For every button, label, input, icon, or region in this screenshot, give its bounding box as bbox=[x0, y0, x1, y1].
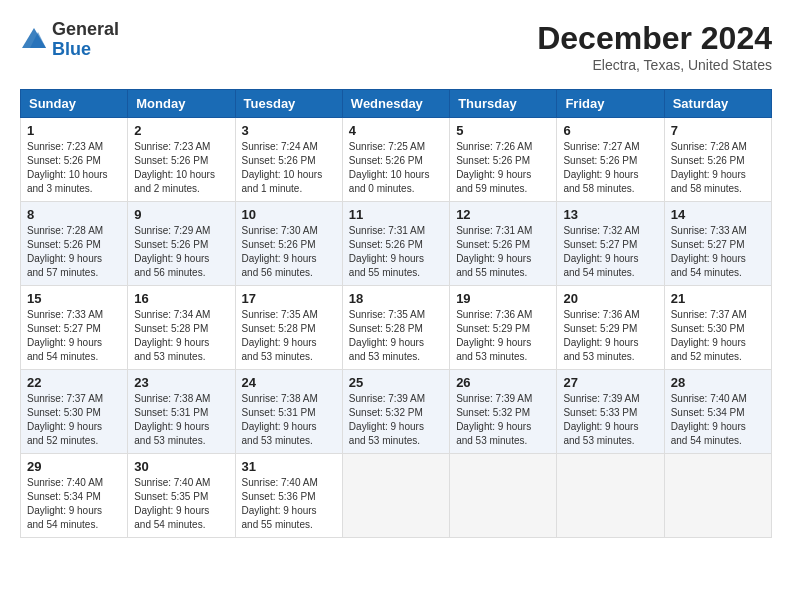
day-info: Sunrise: 7:35 AMSunset: 5:28 PMDaylight:… bbox=[349, 308, 443, 364]
table-row: 6Sunrise: 7:27 AMSunset: 5:26 PMDaylight… bbox=[557, 118, 664, 202]
day-info: Sunrise: 7:28 AMSunset: 5:26 PMDaylight:… bbox=[27, 224, 121, 280]
day-info: Sunrise: 7:40 AMSunset: 5:34 PMDaylight:… bbox=[27, 476, 121, 532]
day-number: 3 bbox=[242, 123, 336, 138]
table-row: 5Sunrise: 7:26 AMSunset: 5:26 PMDaylight… bbox=[450, 118, 557, 202]
calendar-week-4: 22Sunrise: 7:37 AMSunset: 5:30 PMDayligh… bbox=[21, 370, 772, 454]
table-row: 8Sunrise: 7:28 AMSunset: 5:26 PMDaylight… bbox=[21, 202, 128, 286]
day-info: Sunrise: 7:38 AMSunset: 5:31 PMDaylight:… bbox=[134, 392, 228, 448]
day-info: Sunrise: 7:32 AMSunset: 5:27 PMDaylight:… bbox=[563, 224, 657, 280]
day-info: Sunrise: 7:39 AMSunset: 5:32 PMDaylight:… bbox=[349, 392, 443, 448]
day-number: 24 bbox=[242, 375, 336, 390]
table-row: 17Sunrise: 7:35 AMSunset: 5:28 PMDayligh… bbox=[235, 286, 342, 370]
day-number: 17 bbox=[242, 291, 336, 306]
table-row: 16Sunrise: 7:34 AMSunset: 5:28 PMDayligh… bbox=[128, 286, 235, 370]
day-info: Sunrise: 7:40 AMSunset: 5:35 PMDaylight:… bbox=[134, 476, 228, 532]
day-number: 28 bbox=[671, 375, 765, 390]
day-info: Sunrise: 7:39 AMSunset: 5:33 PMDaylight:… bbox=[563, 392, 657, 448]
table-row: 14Sunrise: 7:33 AMSunset: 5:27 PMDayligh… bbox=[664, 202, 771, 286]
day-number: 15 bbox=[27, 291, 121, 306]
day-info: Sunrise: 7:36 AMSunset: 5:29 PMDaylight:… bbox=[456, 308, 550, 364]
day-number: 11 bbox=[349, 207, 443, 222]
location: Electra, Texas, United States bbox=[537, 57, 772, 73]
day-info: Sunrise: 7:29 AMSunset: 5:26 PMDaylight:… bbox=[134, 224, 228, 280]
day-info: Sunrise: 7:23 AMSunset: 5:26 PMDaylight:… bbox=[134, 140, 228, 196]
table-row: 11Sunrise: 7:31 AMSunset: 5:26 PMDayligh… bbox=[342, 202, 449, 286]
day-number: 14 bbox=[671, 207, 765, 222]
day-number: 16 bbox=[134, 291, 228, 306]
day-info: Sunrise: 7:40 AMSunset: 5:34 PMDaylight:… bbox=[671, 392, 765, 448]
table-row: 13Sunrise: 7:32 AMSunset: 5:27 PMDayligh… bbox=[557, 202, 664, 286]
day-info: Sunrise: 7:27 AMSunset: 5:26 PMDaylight:… bbox=[563, 140, 657, 196]
col-friday: Friday bbox=[557, 90, 664, 118]
page-header: General Blue December 2024 Electra, Texa… bbox=[20, 20, 772, 73]
day-number: 23 bbox=[134, 375, 228, 390]
table-row: 15Sunrise: 7:33 AMSunset: 5:27 PMDayligh… bbox=[21, 286, 128, 370]
day-info: Sunrise: 7:31 AMSunset: 5:26 PMDaylight:… bbox=[456, 224, 550, 280]
table-row: 30Sunrise: 7:40 AMSunset: 5:35 PMDayligh… bbox=[128, 454, 235, 538]
calendar-week-1: 1Sunrise: 7:23 AMSunset: 5:26 PMDaylight… bbox=[21, 118, 772, 202]
table-row bbox=[450, 454, 557, 538]
table-row bbox=[664, 454, 771, 538]
day-info: Sunrise: 7:24 AMSunset: 5:26 PMDaylight:… bbox=[242, 140, 336, 196]
day-number: 18 bbox=[349, 291, 443, 306]
day-number: 27 bbox=[563, 375, 657, 390]
calendar-week-3: 15Sunrise: 7:33 AMSunset: 5:27 PMDayligh… bbox=[21, 286, 772, 370]
table-row: 28Sunrise: 7:40 AMSunset: 5:34 PMDayligh… bbox=[664, 370, 771, 454]
logo: General Blue bbox=[20, 20, 119, 60]
table-row: 26Sunrise: 7:39 AMSunset: 5:32 PMDayligh… bbox=[450, 370, 557, 454]
day-info: Sunrise: 7:35 AMSunset: 5:28 PMDaylight:… bbox=[242, 308, 336, 364]
calendar-week-2: 8Sunrise: 7:28 AMSunset: 5:26 PMDaylight… bbox=[21, 202, 772, 286]
col-thursday: Thursday bbox=[450, 90, 557, 118]
logo-icon bbox=[20, 26, 48, 54]
table-row: 3Sunrise: 7:24 AMSunset: 5:26 PMDaylight… bbox=[235, 118, 342, 202]
day-number: 4 bbox=[349, 123, 443, 138]
day-info: Sunrise: 7:36 AMSunset: 5:29 PMDaylight:… bbox=[563, 308, 657, 364]
day-number: 10 bbox=[242, 207, 336, 222]
col-tuesday: Tuesday bbox=[235, 90, 342, 118]
table-row: 9Sunrise: 7:29 AMSunset: 5:26 PMDaylight… bbox=[128, 202, 235, 286]
table-row: 29Sunrise: 7:40 AMSunset: 5:34 PMDayligh… bbox=[21, 454, 128, 538]
table-row: 2Sunrise: 7:23 AMSunset: 5:26 PMDaylight… bbox=[128, 118, 235, 202]
table-row: 21Sunrise: 7:37 AMSunset: 5:30 PMDayligh… bbox=[664, 286, 771, 370]
table-row: 19Sunrise: 7:36 AMSunset: 5:29 PMDayligh… bbox=[450, 286, 557, 370]
col-saturday: Saturday bbox=[664, 90, 771, 118]
day-number: 31 bbox=[242, 459, 336, 474]
table-row: 4Sunrise: 7:25 AMSunset: 5:26 PMDaylight… bbox=[342, 118, 449, 202]
table-row: 20Sunrise: 7:36 AMSunset: 5:29 PMDayligh… bbox=[557, 286, 664, 370]
table-row: 31Sunrise: 7:40 AMSunset: 5:36 PMDayligh… bbox=[235, 454, 342, 538]
table-row: 23Sunrise: 7:38 AMSunset: 5:31 PMDayligh… bbox=[128, 370, 235, 454]
table-row: 10Sunrise: 7:30 AMSunset: 5:26 PMDayligh… bbox=[235, 202, 342, 286]
col-monday: Monday bbox=[128, 90, 235, 118]
day-number: 2 bbox=[134, 123, 228, 138]
table-row: 24Sunrise: 7:38 AMSunset: 5:31 PMDayligh… bbox=[235, 370, 342, 454]
title-block: December 2024 Electra, Texas, United Sta… bbox=[537, 20, 772, 73]
table-row: 7Sunrise: 7:28 AMSunset: 5:26 PMDaylight… bbox=[664, 118, 771, 202]
day-info: Sunrise: 7:40 AMSunset: 5:36 PMDaylight:… bbox=[242, 476, 336, 532]
day-info: Sunrise: 7:25 AMSunset: 5:26 PMDaylight:… bbox=[349, 140, 443, 196]
day-info: Sunrise: 7:33 AMSunset: 5:27 PMDaylight:… bbox=[27, 308, 121, 364]
day-number: 26 bbox=[456, 375, 550, 390]
day-number: 19 bbox=[456, 291, 550, 306]
day-info: Sunrise: 7:34 AMSunset: 5:28 PMDaylight:… bbox=[134, 308, 228, 364]
day-info: Sunrise: 7:37 AMSunset: 5:30 PMDaylight:… bbox=[671, 308, 765, 364]
day-info: Sunrise: 7:39 AMSunset: 5:32 PMDaylight:… bbox=[456, 392, 550, 448]
calendar-week-5: 29Sunrise: 7:40 AMSunset: 5:34 PMDayligh… bbox=[21, 454, 772, 538]
table-row: 27Sunrise: 7:39 AMSunset: 5:33 PMDayligh… bbox=[557, 370, 664, 454]
day-number: 13 bbox=[563, 207, 657, 222]
day-number: 22 bbox=[27, 375, 121, 390]
col-wednesday: Wednesday bbox=[342, 90, 449, 118]
table-row: 12Sunrise: 7:31 AMSunset: 5:26 PMDayligh… bbox=[450, 202, 557, 286]
table-row: 18Sunrise: 7:35 AMSunset: 5:28 PMDayligh… bbox=[342, 286, 449, 370]
day-number: 20 bbox=[563, 291, 657, 306]
day-number: 1 bbox=[27, 123, 121, 138]
month-title: December 2024 bbox=[537, 20, 772, 57]
day-number: 6 bbox=[563, 123, 657, 138]
calendar-table: Sunday Monday Tuesday Wednesday Thursday… bbox=[20, 89, 772, 538]
table-row: 22Sunrise: 7:37 AMSunset: 5:30 PMDayligh… bbox=[21, 370, 128, 454]
day-number: 5 bbox=[456, 123, 550, 138]
calendar-header-row: Sunday Monday Tuesday Wednesday Thursday… bbox=[21, 90, 772, 118]
table-row bbox=[557, 454, 664, 538]
day-info: Sunrise: 7:23 AMSunset: 5:26 PMDaylight:… bbox=[27, 140, 121, 196]
table-row: 1Sunrise: 7:23 AMSunset: 5:26 PMDaylight… bbox=[21, 118, 128, 202]
day-number: 29 bbox=[27, 459, 121, 474]
